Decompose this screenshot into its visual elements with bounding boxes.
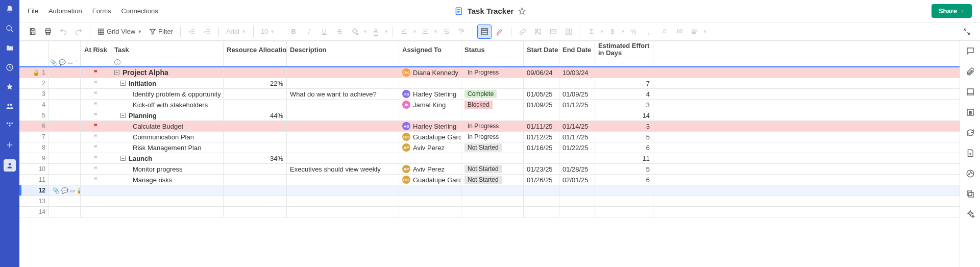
cell-status[interactable]: In Progress <box>461 121 524 131</box>
cell-task[interactable]: Kick-off with stakeholders <box>111 100 224 110</box>
cell-end[interactable]: 01/22/25 <box>559 142 595 153</box>
wrap-text-icon[interactable] <box>439 25 453 39</box>
cell-assigned[interactable] <box>399 78 461 88</box>
data-row[interactable]: 🔒1 −Project Alpha DKDiana Kennedy In Pro… <box>19 67 960 78</box>
row-number[interactable]: 14 <box>19 207 49 217</box>
cell-assigned[interactable]: HSHarley Sterling <box>399 121 461 131</box>
attachments-panel-icon[interactable] <box>965 66 975 77</box>
cell-atrisk[interactable] <box>81 185 111 196</box>
cell-task[interactable]: Identify problem & opportunity <box>111 89 224 99</box>
cell-status[interactable] <box>461 185 524 196</box>
cell-task[interactable] <box>111 207 224 217</box>
search-icon[interactable] <box>5 23 15 34</box>
cell-atrisk[interactable] <box>81 196 111 206</box>
proofs-panel-icon[interactable] <box>965 87 975 97</box>
comma-icon[interactable]: , <box>642 25 656 39</box>
cell-atrisk[interactable] <box>81 89 111 99</box>
italic-icon[interactable]: I <box>302 25 316 39</box>
cell-atrisk[interactable] <box>81 142 111 153</box>
cell-atrisk[interactable] <box>81 100 111 110</box>
cell-end[interactable] <box>559 196 595 206</box>
col-assigned[interactable]: Assigned To <box>399 41 461 58</box>
cell-description[interactable] <box>287 110 399 120</box>
data-row[interactable]: 11 Manage risks GGGuadalupe Garcia Not S… <box>19 175 960 185</box>
collapse-toggle[interactable]: − <box>120 113 126 118</box>
cell-effort[interactable]: 4 <box>595 89 653 99</box>
cell-description[interactable] <box>287 132 399 142</box>
cell-effort[interactable]: 7 <box>595 78 653 88</box>
cell-start[interactable] <box>524 196 559 206</box>
cell-end[interactable]: 01/12/25 <box>559 100 595 110</box>
underline-icon[interactable]: U <box>317 25 331 39</box>
cell-end[interactable]: 02/01/25 <box>559 175 595 185</box>
info-icon[interactable]: i <box>114 59 120 65</box>
cell-atrisk[interactable] <box>81 78 111 88</box>
ai-panel-icon[interactable] <box>965 209 975 220</box>
cell-atrisk[interactable] <box>81 110 111 120</box>
data-row[interactable]: 9 −Launch 34% 11 <box>19 153 960 164</box>
cell-start[interactable]: 01/26/25 <box>524 175 559 185</box>
cell-resource[interactable] <box>224 100 287 110</box>
data-row[interactable]: 7 Communication Plan GGGuadalupe Garcia … <box>19 132 960 142</box>
cell-assigned[interactable] <box>399 196 461 206</box>
favorite-star-icon[interactable] <box>518 7 526 15</box>
col-start[interactable]: Start Date <box>524 41 559 58</box>
row-number[interactable]: 13 <box>19 196 49 206</box>
row-number[interactable]: 8 <box>19 142 49 153</box>
empty-row[interactable]: 12 ⋮📎💬▭🔒 <box>19 185 960 196</box>
proof-icon[interactable]: ▭ <box>70 187 75 194</box>
cell-atrisk[interactable] <box>81 164 111 174</box>
flag-icon[interactable] <box>93 91 99 97</box>
cell-atrisk[interactable] <box>81 121 111 131</box>
cell-assigned[interactable]: JKJamal King <box>399 100 461 110</box>
decimal-decrease-icon[interactable]: .0 <box>657 25 671 39</box>
row-number[interactable]: 10 <box>19 164 49 174</box>
bold-icon[interactable]: B <box>286 25 301 39</box>
cell-description[interactable] <box>287 207 399 217</box>
flag-icon[interactable] <box>93 134 99 140</box>
comment-icon[interactable]: 💬 <box>61 187 68 194</box>
flag-icon[interactable] <box>93 102 99 108</box>
cell-resource[interactable] <box>224 121 287 131</box>
col-task[interactable]: Task <box>111 41 224 58</box>
cell-task[interactable]: Calculate Budget <box>111 121 224 131</box>
apps-icon[interactable] <box>5 120 15 131</box>
cell-start[interactable]: 01/23/25 <box>524 164 559 174</box>
cell-end[interactable] <box>559 185 595 196</box>
cell-description[interactable] <box>287 196 399 206</box>
comments-panel-icon[interactable] <box>965 46 975 56</box>
row-menu-icon[interactable]: ⋮ <box>49 187 51 194</box>
cell-resource[interactable]: 34% <box>224 153 287 163</box>
cell-description[interactable]: Executives should view weekly <box>287 164 399 174</box>
row-number[interactable]: 7 <box>19 132 49 142</box>
cell-resource[interactable] <box>224 89 287 99</box>
data-row[interactable]: 10 Monitor progress Executives should vi… <box>19 164 960 175</box>
cell-assigned[interactable]: APAviv Perez <box>399 142 461 153</box>
cell-resource[interactable] <box>224 132 287 142</box>
brand-panel-icon[interactable]: B <box>965 107 975 117</box>
flag-icon[interactable] <box>93 155 99 161</box>
cell-effort[interactable] <box>595 67 653 78</box>
cell-effort[interactable]: 6 <box>595 175 653 185</box>
insert-icon[interactable] <box>561 25 576 39</box>
row-number[interactable]: 12 <box>19 185 49 196</box>
row-number[interactable]: 5 <box>19 110 49 120</box>
cell-assigned[interactable]: GGGuadalupe Garcia <box>399 175 461 185</box>
view-selector[interactable]: Grid View ▼ <box>94 25 145 39</box>
cell-task[interactable]: −Planning <box>111 110 224 120</box>
cell-start[interactable]: 01/05/25 <box>524 89 559 99</box>
cell-status[interactable] <box>461 196 524 206</box>
data-row[interactable]: 8 Risk Management Plan APAviv Perez Not … <box>19 142 960 153</box>
cell-effort[interactable]: 5 <box>595 132 653 142</box>
flag-icon[interactable] <box>93 144 99 151</box>
cell-effort[interactable]: 5 <box>595 164 653 174</box>
cell-effort[interactable]: 11 <box>595 153 653 163</box>
redo-icon[interactable] <box>71 25 86 39</box>
cell-task[interactable] <box>111 185 224 196</box>
cell-description[interactable] <box>287 142 399 153</box>
cell-atrisk[interactable] <box>81 67 111 78</box>
attachment-icon[interactable]: 📎 <box>53 187 60 194</box>
flag-icon[interactable] <box>93 112 99 118</box>
cell-start[interactable]: 01/11/25 <box>524 121 559 131</box>
cell-effort[interactable]: 3 <box>595 121 653 131</box>
